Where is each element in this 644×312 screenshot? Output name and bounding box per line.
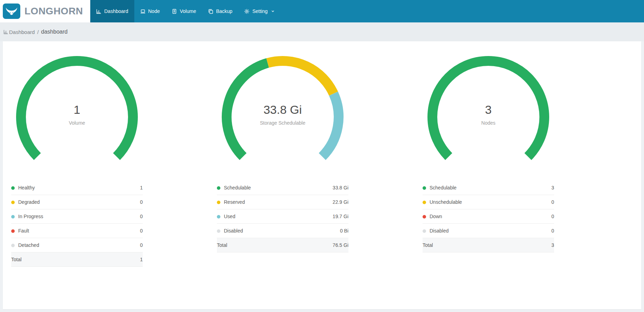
legend-total-row: Total76.5 Gi xyxy=(217,238,348,252)
nav-item-label: Backup xyxy=(216,8,233,14)
legend-value: 0 Bi xyxy=(307,224,348,238)
chart-panel: 1 Volume Healthy1Degraded0In Progress0Fa… xyxy=(11,55,217,267)
brand-name: LONGHORN xyxy=(24,6,83,17)
gauge-segment-healthy xyxy=(21,61,133,157)
dashboard-icon xyxy=(96,9,101,14)
breadcrumb-section[interactable]: Dashboard xyxy=(9,29,35,35)
legend-value: 0 xyxy=(133,224,143,238)
legend-label: Degraded xyxy=(18,199,40,205)
legend-label: Schedulable xyxy=(430,185,457,190)
legend-color-dot xyxy=(11,186,15,190)
legend-total-value: 1 xyxy=(133,252,143,267)
legend-color-dot xyxy=(11,215,15,219)
legend-value: 0 xyxy=(546,209,554,224)
main-nav: Dashboard Node Volume xyxy=(90,0,281,22)
legend-color-dot xyxy=(423,201,426,204)
nav-item-node[interactable]: Node xyxy=(134,0,166,22)
breadcrumb: Dashboard / dashboard xyxy=(0,22,644,41)
setting-icon xyxy=(244,9,249,14)
legend-value: 3 xyxy=(546,181,554,195)
legend-label: Down xyxy=(430,214,442,219)
legend-row: Schedulable3 xyxy=(423,181,554,195)
legend-label: Reserved xyxy=(224,199,245,205)
nav-item-setting[interactable]: Setting xyxy=(238,0,281,22)
gauge-svg xyxy=(15,55,139,163)
legend-label: Used xyxy=(224,214,235,219)
legend-row: In Progress0 xyxy=(11,209,143,224)
legend-label: In Progress xyxy=(18,214,43,219)
nav-item-backup[interactable]: Backup xyxy=(202,0,239,22)
gauge-segment-used xyxy=(322,93,339,157)
donut-chart: 3 Nodes xyxy=(426,55,551,163)
gauge-segment-schedulable xyxy=(227,63,268,157)
charts-row: 1 Volume Healthy1Degraded0In Progress0Fa… xyxy=(3,41,641,267)
legend-label: Detached xyxy=(18,242,39,248)
donut-chart: 33.8 Gi Storage Schedulable xyxy=(220,55,345,163)
legend-row: Reserved22.9 Gi xyxy=(217,195,348,209)
gauge-svg xyxy=(426,55,551,163)
legend-row: Disabled0 xyxy=(423,224,554,238)
legend-label: Schedulable xyxy=(224,185,251,190)
legend-value: 1 xyxy=(133,181,143,195)
chart-legend-table: Schedulable3Unschedulable0Down0Disabled0… xyxy=(423,181,554,252)
gauge-segment-reserved xyxy=(268,61,333,93)
gauge-svg xyxy=(220,55,345,163)
legend-label: Healthy xyxy=(18,185,35,190)
legend-label: Unschedulable xyxy=(430,199,462,205)
legend-color-dot xyxy=(217,201,220,204)
chart-legend-table: Schedulable33.8 GiReserved22.9 GiUsed19.… xyxy=(217,181,348,252)
legend-value: 0 xyxy=(546,195,554,209)
chart-panel: 33.8 Gi Storage Schedulable Schedulable3… xyxy=(217,55,423,267)
nav-item-label: Setting xyxy=(252,8,268,14)
legend-total-label: Total xyxy=(11,252,133,267)
legend-total-row: Total1 xyxy=(11,252,143,267)
legend-total-value: 3 xyxy=(546,238,554,252)
longhorn-bull-icon xyxy=(3,4,20,19)
chart-legend-table: Healthy1Degraded0In Progress0Fault0Detac… xyxy=(11,181,143,267)
legend-row: Down0 xyxy=(423,209,554,224)
gauge-segment-schedulable xyxy=(432,61,544,157)
legend-row: Used19.7 Gi xyxy=(217,209,348,224)
legend-value: 19.7 Gi xyxy=(307,209,348,224)
nav-item-volume[interactable]: Volume xyxy=(166,0,202,22)
legend-color-dot xyxy=(11,244,15,247)
legend-total-row: Total3 xyxy=(423,238,554,252)
legend-total-value: 76.5 Gi xyxy=(307,238,348,252)
longhorn-dashboard-page: LONGHORN Dashboard Node xyxy=(0,0,644,312)
node-icon xyxy=(140,9,146,14)
legend-row: Detached0 xyxy=(11,238,143,252)
legend-label: Disabled xyxy=(430,228,448,234)
dashboard-content-card: 1 Volume Healthy1Degraded0In Progress0Fa… xyxy=(3,41,641,309)
nav-item-dashboard[interactable]: Dashboard xyxy=(90,0,134,22)
breadcrumb-separator: / xyxy=(37,29,38,35)
legend-color-dot xyxy=(217,186,220,190)
app-logo[interactable]: LONGHORN xyxy=(0,0,90,22)
legend-row: Unschedulable0 xyxy=(423,195,554,209)
chevron-down-icon xyxy=(271,9,275,13)
legend-value: 33.8 Gi xyxy=(307,181,348,195)
donut-chart: 1 Volume xyxy=(15,55,139,163)
nav-item-label: Dashboard xyxy=(104,8,128,14)
legend-label: Fault xyxy=(18,228,29,234)
legend-color-dot xyxy=(217,229,220,233)
legend-value: 0 xyxy=(546,224,554,238)
legend-row: Fault0 xyxy=(11,224,143,238)
legend-row: Healthy1 xyxy=(11,181,143,195)
legend-color-dot xyxy=(423,186,426,190)
nav-item-label: Volume xyxy=(180,8,196,14)
legend-row: Degraded0 xyxy=(11,195,143,209)
legend-color-dot xyxy=(423,215,426,219)
chart-icon xyxy=(3,29,8,34)
chart-panel: 3 Nodes Schedulable3Unschedulable0Down0D… xyxy=(423,55,628,267)
backup-icon xyxy=(208,9,213,14)
top-navbar: LONGHORN Dashboard Node xyxy=(0,0,644,22)
legend-row: Disabled0 Bi xyxy=(217,224,348,238)
legend-value: 22.9 Gi xyxy=(307,195,348,209)
legend-total-label: Total xyxy=(423,238,546,252)
legend-color-dot xyxy=(423,229,426,233)
breadcrumb-current: dashboard xyxy=(41,29,68,35)
legend-value: 0 xyxy=(133,238,143,252)
legend-color-dot xyxy=(11,229,15,233)
nav-item-label: Node xyxy=(148,8,160,14)
legend-color-dot xyxy=(217,215,220,219)
